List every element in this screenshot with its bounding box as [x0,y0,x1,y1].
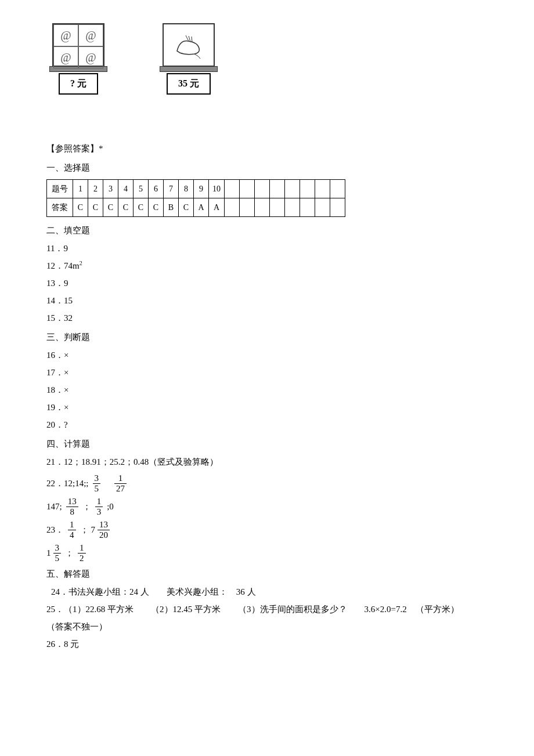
separator: ； [80,522,89,538]
product-box-1: @ @ @ @ ? 元 [49,23,107,95]
answer-14: 14．15 [46,293,488,309]
cell: 6 [149,179,164,198]
cell [300,198,315,216]
swirl-icon: @ [53,46,78,68]
separator: ； [82,499,91,515]
answer-25-p1: 25．（1）22.68 平方米 [46,602,134,617]
cell [315,198,330,216]
answer-17: 17．× [46,365,488,381]
price-label-2: 35 元 [167,73,211,95]
cell: 9 [194,179,209,198]
section-2-title: 二、填空题 [46,223,488,238]
product-box-2: 35 元 [160,23,218,95]
section-5-title: 五、解答题 [46,566,488,582]
swirl-icon: @ [78,24,103,46]
image-row: @ @ @ @ ? 元 35 元 [46,23,488,95]
fraction: 138 [66,497,78,516]
mixed-fraction: 1 35 [46,543,63,563]
base-strip [160,66,218,72]
answer-25-p4: 3.6×2.0=7.2 （平方米） [365,602,459,617]
answer-13: 13．9 [46,276,488,291]
cell [225,179,240,198]
product-image-2 [163,23,215,67]
cell: A [194,198,209,216]
cell: 8 [179,179,194,198]
fraction: 127 [114,473,127,493]
cell [300,179,315,198]
swirl-icon: @ [53,24,78,46]
section-3-title: 三、判断题 [46,330,488,345]
cell [270,179,285,198]
cell [330,179,345,198]
answer-21: 21．12；18.91；25.2；0.48（竖式及验算略） [46,454,488,470]
answer-16: 16．× [46,348,488,363]
answer-22b-pre: 147; [46,499,62,515]
answer-12: 12．74m2 [46,258,488,274]
answer-11: 11．9 [46,241,488,256]
answer-23b: 1 35 ； 12 [46,543,488,563]
answer-24: 24．书法兴趣小组：24 人 美术兴趣小组： 36 人 [46,584,488,600]
answer-25-note: （答案不独一） [46,619,488,635]
choice-answer-table: 题号 1 2 3 4 5 6 7 8 9 10 答案 C C C C C C B… [46,179,345,217]
cell [255,179,270,198]
cell [270,198,285,216]
answer-22: 22．12;14;; 35 127 [46,473,488,493]
answer-25-p3: （3）洗手间的面积是多少？ [238,602,347,617]
cell: 3 [103,179,118,198]
fraction: 13 [95,497,103,516]
price-label-1: ? 元 [59,73,98,95]
answer-22-pre: 22．12;14;; [46,476,89,491]
cell: 7 [164,179,179,198]
section-4-title: 四、计算题 [46,436,488,452]
cell [285,179,300,198]
reference-header: 【参照答案】* [46,141,488,157]
answer-25: 25．（1）22.68 平方米 （2）12.45 平方米 （3）洗手间的面积是多… [46,602,488,617]
answer-23-pre: 23． [46,522,64,538]
cell: C [118,198,134,216]
shrimp-icon [171,31,206,60]
row-header: 答案 [47,198,73,216]
cell: 4 [118,179,134,198]
answer-22b-suf: ;0 [107,499,114,515]
swirl-icon: @ [78,46,103,68]
cell: 1 [73,179,88,198]
product-image-1: @ @ @ @ [52,23,104,67]
cell: C [73,198,88,216]
cell: C [103,198,118,216]
answer-15: 15．32 [46,310,488,326]
cell [255,198,270,216]
fraction: 12 [78,543,86,563]
section-1-title: 一、选择题 [46,160,488,176]
cell [315,179,330,198]
answer-25-p2: （2）12.45 平方米 [151,602,221,617]
row-header: 题号 [47,179,73,198]
answer-12-text: 12．74m [46,261,80,270]
cell: C [179,198,194,216]
fraction: 1320 [98,520,110,540]
table-row: 答案 C C C C C C B C A A [47,198,345,216]
cell: 10 [209,179,225,198]
cell: C [134,198,149,216]
separator: ； [65,545,74,561]
cell: A [209,198,225,216]
cell [225,198,240,216]
answer-20: 20．? [46,417,488,433]
fraction: 14 [68,520,76,540]
answer-23: 23． 14 ； 7 1320 [46,520,488,540]
fraction: 35 [93,473,101,493]
answer-18: 18．× [46,382,488,398]
fraction: 35 [53,543,62,563]
cell [285,198,300,216]
answer-26: 26．8 元 [46,636,488,652]
answer-19: 19．× [46,400,488,415]
cell [330,198,345,216]
cell [240,179,255,198]
superscript: 2 [80,260,82,266]
cell: C [149,198,164,216]
cell: B [164,198,179,216]
cell: C [88,198,103,216]
cell: 5 [134,179,149,198]
mixed-fraction: 7 1320 [91,520,112,540]
cell [240,198,255,216]
cell: 2 [88,179,103,198]
